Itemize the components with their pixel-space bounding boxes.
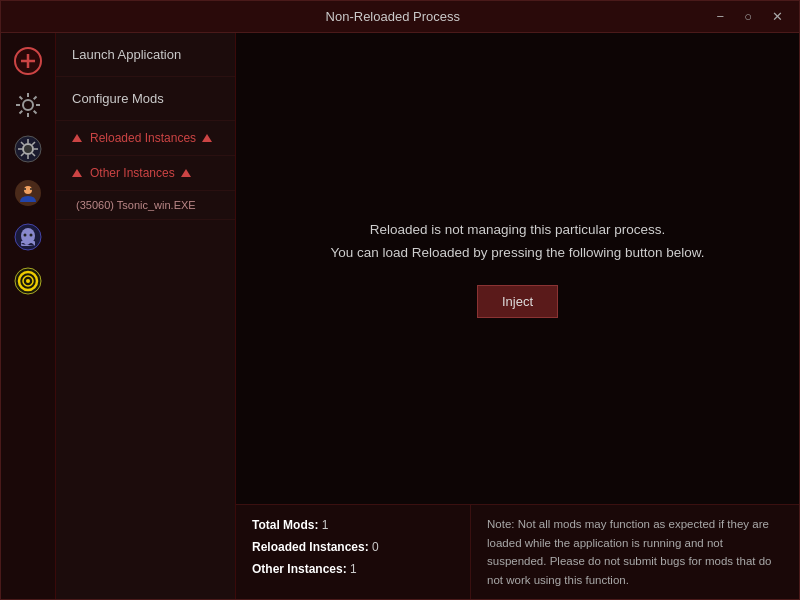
content-area: Reloaded is not managing this particular… (236, 33, 799, 599)
svg-point-3 (23, 100, 33, 110)
triangle-icon-4 (181, 169, 191, 177)
window-controls: − ○ ✕ (713, 7, 787, 26)
triangle-icon-3 (72, 169, 82, 177)
info-text-block: Reloaded is not managing this particular… (330, 219, 704, 265)
other-instances-header: Other Instances (56, 156, 235, 191)
main-layout: Launch Application Configure Mods Reload… (1, 33, 799, 599)
svg-point-14 (30, 234, 33, 237)
process-item[interactable]: (35060) Tsonic_win.EXE (56, 191, 235, 220)
sidebar (1, 33, 56, 599)
svg-point-18 (26, 279, 30, 283)
triangle-icon-2 (202, 134, 212, 142)
minimize-button[interactable]: − (713, 7, 729, 26)
info-line-1: Reloaded is not managing this particular… (330, 219, 704, 242)
total-mods-row: Total Mods: 1 (252, 515, 454, 537)
nav-panel: Launch Application Configure Mods Reload… (56, 33, 236, 599)
status-bar: Total Mods: 1 Reloaded Instances: 0 Othe… (236, 504, 799, 599)
reloaded-instances-header: Reloaded Instances (56, 121, 235, 156)
status-left: Total Mods: 1 Reloaded Instances: 0 Othe… (236, 505, 471, 599)
total-mods-value: 1 (322, 518, 329, 532)
svg-point-8 (24, 188, 26, 190)
configure-mods-item[interactable]: Configure Mods (56, 77, 235, 121)
svg-point-7 (24, 186, 32, 194)
ghost-icon[interactable] (8, 217, 48, 257)
ring-icon[interactable] (8, 261, 48, 301)
other-instances-row: Other Instances: 1 (252, 559, 454, 581)
svg-point-13 (24, 234, 27, 237)
add-icon[interactable] (8, 41, 48, 81)
settings-icon[interactable] (8, 85, 48, 125)
svg-point-5 (23, 144, 33, 154)
close-button[interactable]: ✕ (768, 7, 787, 26)
triangle-icon-1 (72, 134, 82, 142)
reloaded-instances-label: Reloaded Instances: (252, 540, 369, 554)
main-window: Non-Reloaded Process − ○ ✕ (0, 0, 800, 600)
other-instances-label: Other Instances: (252, 562, 347, 576)
titlebar: Non-Reloaded Process − ○ ✕ (1, 1, 799, 33)
inject-button[interactable]: Inject (477, 285, 558, 318)
launch-application-item[interactable]: Launch Application (56, 33, 235, 77)
reloaded-instances-row: Reloaded Instances: 0 (252, 537, 454, 559)
content-main: Reloaded is not managing this particular… (236, 33, 799, 504)
info-line-2: You can load Reloaded by pressing the fo… (330, 242, 704, 265)
other-instances-value: 1 (350, 562, 357, 576)
svg-point-9 (30, 188, 32, 190)
window-title: Non-Reloaded Process (73, 9, 713, 24)
status-note: Note: Not all mods may function as expec… (471, 505, 799, 599)
gear2-icon[interactable] (8, 129, 48, 169)
maximize-button[interactable]: ○ (740, 7, 756, 26)
character-icon[interactable] (8, 173, 48, 213)
reloaded-instances-value: 0 (372, 540, 379, 554)
total-mods-label: Total Mods: (252, 518, 318, 532)
